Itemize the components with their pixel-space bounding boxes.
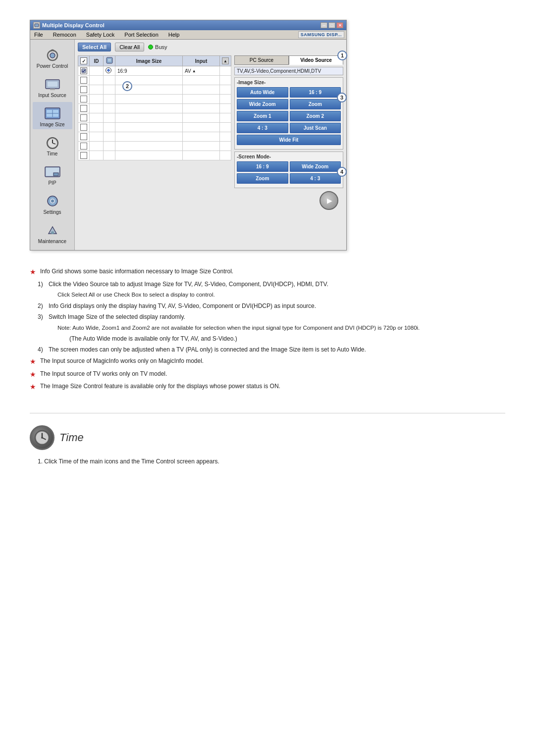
- note-4: 4) The screen modes can only be adjusted…: [38, 345, 505, 354]
- note-sub-2b: (The Auto Wide mode is available only fo…: [69, 334, 505, 344]
- btn-wide-zoom[interactable]: Wide Zoom: [237, 99, 288, 109]
- scroll-arrow-right[interactable]: ▲: [192, 69, 196, 73]
- pip-icon: [43, 162, 62, 180]
- svg-rect-0: [35, 24, 39, 27]
- title-bar-icon: [33, 22, 40, 29]
- row-radio[interactable]: [106, 67, 111, 73]
- note-3: 3) Switch Image Size of the selected dis…: [38, 312, 505, 322]
- row-checkbox[interactable]: [80, 96, 87, 102]
- btn-16-9[interactable]: 16 : 9: [290, 87, 341, 98]
- imagesize-icon: [43, 104, 62, 122]
- table-row: [78, 132, 231, 142]
- busy-dot: [148, 45, 153, 50]
- tab-video-source[interactable]: Video Source: [289, 55, 343, 65]
- play-button[interactable]: [320, 191, 338, 210]
- time-header: Time: [30, 425, 505, 450]
- row-checkbox[interactable]: [80, 152, 87, 159]
- btn-wide-fit[interactable]: Wide Fit: [237, 135, 341, 145]
- btn-sm-16-9[interactable]: 16 : 9: [237, 161, 288, 172]
- menu-help[interactable]: Help: [166, 31, 182, 38]
- samsung-logo: SAMSUNG DISP...: [298, 31, 344, 38]
- tab-pc-source[interactable]: PC Source: [234, 55, 289, 65]
- tab-row: PC Source Video Source: [234, 55, 343, 65]
- screen-mode-buttons: 16 : 9 Wide Zoom Zoom 4 : 3: [237, 161, 341, 184]
- power-icon: [43, 46, 62, 63]
- btn-sm-wide-zoom[interactable]: Wide Zoom: [290, 161, 341, 172]
- input-icon: [43, 75, 62, 93]
- btn-4-3[interactable]: 4 : 3: [237, 123, 288, 133]
- svg-rect-6: [50, 89, 55, 90]
- table-row: [78, 123, 231, 132]
- time-icon: [43, 133, 62, 151]
- row-checkbox[interactable]: [80, 67, 87, 74]
- select-all-button[interactable]: Select All: [78, 43, 111, 51]
- col-icon: [104, 56, 115, 66]
- maximize-button[interactable]: □: [328, 22, 335, 28]
- row-checkbox[interactable]: [80, 124, 87, 131]
- badge-4: 4: [337, 167, 347, 177]
- row-checkbox[interactable]: [80, 143, 87, 150]
- table-row: [78, 85, 231, 95]
- sidebar-item-power[interactable]: Power Control: [33, 44, 72, 71]
- note-star-1: ★ Info Grid shows some basic information…: [30, 266, 505, 278]
- menu-bar: File Remocon Safety Lock Port Selection …: [30, 30, 346, 40]
- row-checkbox[interactable]: [80, 133, 87, 140]
- svg-rect-1: [36, 27, 38, 27]
- note-text-star1: Info Grid shows some basic information n…: [40, 266, 233, 276]
- row-checkbox[interactable]: [80, 105, 87, 112]
- notes-section: ★ Info Grid shows some basic information…: [30, 266, 505, 393]
- content-area: Select All Clear All Busy 2: [75, 40, 346, 250]
- title-bar: Multiple Display Control ─ □ ✕: [30, 20, 346, 30]
- row-checkbox[interactable]: [80, 114, 87, 121]
- btn-zoom[interactable]: Zoom: [290, 99, 341, 109]
- btn-just-scan[interactable]: Just Scan: [290, 123, 341, 133]
- btn-auto-wide[interactable]: Auto Wide: [237, 87, 288, 98]
- sidebar-item-imagesize[interactable]: Image Size: [33, 102, 72, 129]
- sidebar-item-input[interactable]: Input Source: [33, 73, 72, 100]
- table-row: [78, 142, 231, 151]
- btn-zoom2[interactable]: Zoom 2: [290, 111, 341, 121]
- time-title: Time: [59, 431, 84, 444]
- image-size-section: 3 -Image Size- Auto Wide 16 : 9 Wide Zoo…: [234, 77, 343, 150]
- col-check: ✓: [78, 56, 90, 66]
- btn-sm-zoom[interactable]: Zoom: [237, 173, 288, 184]
- menu-file[interactable]: File: [32, 31, 45, 38]
- source-info: TV,AV,S-Video,Component,HDMI,DTV: [234, 67, 343, 75]
- note-star-2: ★ The Input source of MagicInfo works on…: [30, 356, 505, 368]
- minimize-button[interactable]: ─: [321, 22, 327, 28]
- menu-port-selection[interactable]: Port Selection: [122, 31, 160, 38]
- table-row: [78, 151, 231, 160]
- row-checkbox[interactable]: [80, 86, 87, 93]
- row-imagesize: 16:9: [115, 66, 183, 76]
- sidebar-item-time[interactable]: Time: [33, 131, 72, 158]
- table-row: [78, 113, 231, 123]
- table-row: [78, 76, 231, 85]
- menu-safety-lock[interactable]: Safety Lock: [84, 31, 116, 38]
- info-table-container: 2 ✓ ID: [78, 55, 231, 215]
- header-checkbox[interactable]: ✓: [80, 57, 87, 64]
- clear-all-button[interactable]: Clear All: [115, 43, 144, 51]
- menu-remocon[interactable]: Remocon: [51, 31, 78, 38]
- svg-point-21: [51, 231, 54, 234]
- table-row: [78, 95, 231, 104]
- table-row: 16:9 AV ▲: [78, 66, 231, 76]
- sidebar-item-maintenance[interactable]: Maintenance: [33, 219, 72, 246]
- sidebar-power-label: Power Control: [37, 63, 68, 69]
- btn-zoom1[interactable]: Zoom 1: [237, 111, 288, 121]
- note-text-4: The screen modes can only be adjusted wh…: [49, 345, 366, 354]
- note-text-star4: The Image Size Control feature is availa…: [40, 381, 280, 391]
- sidebar-item-pip[interactable]: PIP: [33, 160, 72, 188]
- note-sub-2: Note: Auto Wide, Zoom1 and Zoom2 are not…: [57, 323, 505, 333]
- btn-sm-4-3[interactable]: 4 : 3: [290, 173, 341, 184]
- star-icon-2: ★: [30, 356, 36, 368]
- col-id: ID: [90, 56, 104, 66]
- table-row: [78, 104, 231, 113]
- scroll-up[interactable]: ▲: [222, 57, 229, 64]
- row-checkbox[interactable]: [80, 77, 87, 84]
- star-icon-4: ★: [30, 381, 36, 393]
- col-imagesize: Image Size: [115, 56, 183, 66]
- note-num-1: 1): [38, 279, 43, 289]
- note-text-1: [45, 279, 47, 289]
- close-button[interactable]: ✕: [336, 22, 343, 28]
- sidebar-item-settings[interactable]: Settings: [33, 190, 72, 217]
